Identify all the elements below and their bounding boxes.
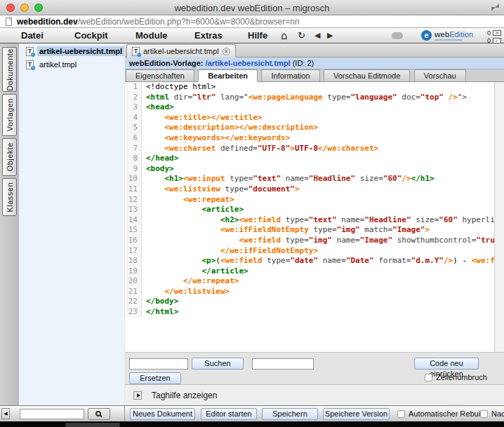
sidebar-tabstrip: Dokumente Vorlagen Objekte Klassen xyxy=(0,43,19,405)
template-file-icon: T xyxy=(26,60,34,69)
document-tab-label: artikel-uebersicht.tmpl xyxy=(143,47,219,55)
replace-input[interactable] xyxy=(252,358,314,370)
code-line: 21 </we:listview> xyxy=(125,287,504,297)
code-editor[interactable]: 1<!doctype html>2<html dir="ltr" lang="<… xyxy=(125,82,504,352)
tree-item[interactable]: T artikel-uebersicht.tmpl xyxy=(19,46,124,57)
logo-e-icon: e xyxy=(421,30,432,41)
taghelp-expand-icon[interactable] xyxy=(133,391,142,400)
menu-module[interactable]: Module xyxy=(135,30,168,41)
main-panel: T artikel-uebersicht.tmpl ✕ webEdition-V… xyxy=(125,43,504,405)
document-header: webEdition-Vorlage: /artikel-uebersicht.… xyxy=(125,57,504,69)
window-bottom-edge xyxy=(0,421,504,427)
taghelp-label[interactable]: Taghilfe anzeigen xyxy=(152,391,217,400)
code-line: 19 </article> xyxy=(125,266,504,277)
mail-counter[interactable]: 0 ✉ xyxy=(487,29,501,36)
mail-icon: ✉ xyxy=(493,30,501,36)
menu-cockpit[interactable]: Cockpit xyxy=(74,30,108,41)
find-input[interactable] xyxy=(129,358,188,370)
app-window: webedition.dev webEdition – migrosch web… xyxy=(0,0,504,427)
neues-dokument-button[interactable]: Neues Dokument xyxy=(130,408,195,420)
collapse-sidebar-button[interactable]: ◀ xyxy=(1,408,10,419)
document-type-label: webEdition-Vorlage: xyxy=(129,59,204,67)
tab-vorschau-editmode[interactable]: Vorschau Editmode xyxy=(324,69,410,82)
auto-rebuild-checkbox[interactable] xyxy=(397,410,405,418)
template-file-icon: T xyxy=(132,47,140,56)
toolbar-divider xyxy=(124,406,125,422)
menu-hilfe[interactable]: Hilfe xyxy=(248,30,267,41)
back-icon[interactable]: ◀ xyxy=(314,31,320,40)
code-line: 9<body> xyxy=(125,164,504,175)
document-tab-row: T artikel-uebersicht.tmpl ✕ xyxy=(125,43,504,57)
logo-brand-edition: Edition xyxy=(449,30,473,39)
file-tree: T artikel-uebersicht.tmpl T artikel.tmpl xyxy=(19,43,124,405)
zeilenumbruch-checkbox[interactable] xyxy=(425,374,432,381)
code-line: 3<head> xyxy=(125,102,504,113)
auto-rebuild-option: Automatischer Rebuild xyxy=(397,409,486,418)
nach-s-option: Nach S xyxy=(480,409,504,418)
menu-extras[interactable]: Extras xyxy=(194,30,223,41)
menu-datei[interactable]: Datei xyxy=(21,30,44,41)
tab-vorschau[interactable]: Vorschau xyxy=(414,69,466,82)
code-line: 6 <we:keywords></we:keywords> xyxy=(125,133,504,144)
content-area: Dokumente Vorlagen Objekte Klassen T art… xyxy=(0,43,504,405)
quick-search-button[interactable] xyxy=(88,408,110,420)
suchen-button[interactable]: Suchen xyxy=(192,358,244,370)
tab-eigenschaften[interactable]: Eigenschaften xyxy=(126,69,194,82)
code-line: 2<html dir="ltr" lang="<we:pageLanguage … xyxy=(125,93,504,103)
menu-bar: Datei Cockpit Module Extras Hilfe ⌂ ↻ ◀ … xyxy=(0,28,504,43)
document-path-link[interactable]: /artikel-uebersicht.tmpl xyxy=(206,59,291,67)
nach-s-checkbox[interactable] xyxy=(480,410,488,418)
code-line: 5 <we:description></we:description> xyxy=(125,123,504,133)
template-file-icon: T xyxy=(26,47,34,56)
wrap-option: Zeilenumbruch xyxy=(425,373,487,381)
nach-s-label: Nach S xyxy=(491,409,504,418)
sidebar: Dokumente Vorlagen Objekte Klassen T art… xyxy=(0,43,124,405)
mail-count: 0 xyxy=(487,29,491,36)
code-line: 1<!doctype html> xyxy=(125,82,504,93)
code-line: 17 </we:ifFieldNotEmpty> xyxy=(125,246,504,257)
document-id-label: (ID: 2) xyxy=(293,59,314,67)
tab-bearbeiten[interactable]: Bearbeiten xyxy=(198,69,258,82)
search-replace-panel: Suchen Code neu einrücken Ersetzen Zeile… xyxy=(125,352,504,384)
reindent-button[interactable]: Code neu einrücken xyxy=(414,358,479,370)
speichern-button[interactable]: Speichern xyxy=(262,408,318,420)
fullscreen-icon[interactable] xyxy=(491,4,499,11)
tree-item-label[interactable]: artikel.tmpl xyxy=(37,60,79,69)
url-path: /webEdition/webEdition.php?h=6000&w=8000… xyxy=(78,17,300,27)
speichere-version-button[interactable]: Speichere Version xyxy=(323,408,390,420)
quick-search-input[interactable] xyxy=(20,409,84,419)
ersetzen-button[interactable]: Ersetzen xyxy=(129,372,181,384)
code-line: 7 <we:charset defined="UTF-8">UTF-8</we:… xyxy=(125,144,504,154)
refresh-icon[interactable]: ↻ xyxy=(298,30,305,41)
editor-starten-button[interactable]: Editor starten xyxy=(201,408,257,420)
code-line: 14 <h2><we:field type="text" name="Headl… xyxy=(125,215,504,226)
chat-bubble-icon[interactable] xyxy=(392,32,403,39)
url-text: webedition.dev/webEdition/webEdition.php… xyxy=(17,17,300,27)
home-icon[interactable]: ⌂ xyxy=(281,29,288,42)
code-lines: 1<!doctype html>2<html dir="ltr" lang="<… xyxy=(125,82,504,318)
tree-item[interactable]: T artikel.tmpl xyxy=(19,59,124,70)
sidebar-tab-dokumente[interactable]: Dokumente xyxy=(2,47,17,92)
document-tab[interactable]: T artikel-uebersicht.tmpl ✕ xyxy=(126,44,236,57)
forward-icon[interactable]: ▶ xyxy=(327,31,333,40)
tree-item-label[interactable]: artikel-uebersicht.tmpl xyxy=(37,46,124,56)
url-bar[interactable]: webedition.dev/webEdition/webEdition.php… xyxy=(0,15,504,28)
code-line: 10 <h1><we:input type="text" name="Headl… xyxy=(125,174,504,184)
close-tab-icon[interactable]: ✕ xyxy=(223,48,230,55)
tab-information[interactable]: Information xyxy=(261,69,319,82)
sidebar-tab-vorlagen[interactable]: Vorlagen xyxy=(2,94,17,136)
code-line: 11 <we:listview type="document"> xyxy=(125,184,504,195)
task-icon: ✓ xyxy=(493,38,501,43)
code-line: 15 <we:ifFieldNotEmpty type="img" match=… xyxy=(125,225,504,236)
sidebar-tab-klassen[interactable]: Klassen xyxy=(2,178,17,216)
code-line: 4 <we:title></we:title> xyxy=(125,113,504,123)
code-line: 8</head> xyxy=(125,154,504,164)
notification-counters: 0 ✉ 0 ✓ xyxy=(487,29,501,44)
window-title: webedition.dev webEdition – migrosch xyxy=(0,3,504,13)
bottom-toolbar: ◀ Neues Dokument Editor starten Speicher… xyxy=(0,405,504,421)
auto-rebuild-label: Automatischer Rebuild xyxy=(409,409,486,418)
sidebar-tab-objekte[interactable]: Objekte xyxy=(2,138,17,176)
url-domain: webedition.dev xyxy=(17,17,78,27)
logo-tagline xyxy=(435,39,463,41)
editor-scrollbar[interactable] xyxy=(494,82,504,352)
